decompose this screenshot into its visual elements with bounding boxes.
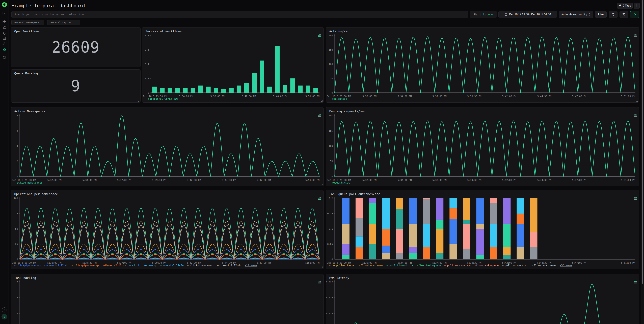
svg-text:4: 4	[16, 145, 18, 147]
scrollbar-thumb[interactable]	[642, 0, 643, 284]
active-namespaces-chart: 86420Dec 16 5:29:30 PM5:32:00 PM5:34:30 …	[11, 107, 324, 186]
legend-item[interactable]: —no_poller_tasks ..-flow-task-queue	[329, 264, 383, 267]
app-logo-icon[interactable]	[1, 2, 8, 8]
chart-explorer-icon[interactable]	[2, 25, 6, 29]
legend-more-link[interactable]: +56 more	[560, 264, 572, 267]
live-button[interactable]: Live	[595, 11, 606, 18]
chart-legend: —clickpipes-aws-p..-us-east-2.12c4n—clic…	[14, 264, 257, 267]
filter-temporal-region[interactable]: Temporal region	[47, 20, 80, 25]
vertical-scrollbar	[641, 0, 644, 324]
svg-text:0.15: 0.15	[327, 212, 333, 215]
collapse-sidebar-icon[interactable]	[2, 11, 6, 15]
date-range-label: Dec 16 17:29:30 - Dec 16 17:51:30	[509, 13, 551, 16]
bar-view-icon[interactable]	[634, 196, 637, 200]
alerts-bell-icon[interactable]	[2, 31, 6, 35]
filter-temporal-namespace[interactable]: Temporal namespace	[12, 20, 44, 25]
svg-text:5:51:00 PM: 5:51:00 PM	[306, 179, 320, 181]
settings-gear-icon[interactable]	[2, 55, 6, 59]
run-query-button[interactable]	[630, 11, 639, 18]
legend-label: successful workflows	[148, 97, 178, 100]
tags-button[interactable]: 0 Tags	[617, 3, 632, 9]
legend-label: clickpipes-aws-p..outheast-2.12c4n	[74, 264, 126, 267]
svg-text:0: 0	[148, 91, 149, 94]
panel-title: Actions/sec	[329, 29, 349, 33]
svg-text:5:42:00 PM: 5:42:00 PM	[187, 262, 201, 264]
svg-text:5:51:00 PM: 5:51:00 PM	[621, 95, 635, 98]
svg-text:5:39:30 PM: 5:39:30 PM	[152, 179, 166, 181]
bar-view-icon[interactable]	[318, 113, 322, 117]
legend-item[interactable]: —clickpipes-aws-p..-us-east-2.12c4n	[14, 264, 68, 267]
panel-menu-button[interactable]	[634, 3, 640, 9]
chart-canvas: 0.20.150.10.050Dec 16 5:29:30 PM5:32:00 …	[326, 190, 639, 269]
legend-item[interactable]: —poll_success_syn..-flow-task-queue	[444, 264, 498, 267]
legend-label: action/sec	[332, 97, 347, 100]
chart-legend: —requests/sec	[329, 181, 350, 184]
bar-view-icon[interactable]	[634, 280, 637, 284]
legend-label: poll_timeout · c..-flow-task-queue	[390, 264, 441, 267]
svg-text:5:51:00 PM: 5:51:00 PM	[621, 262, 635, 264]
svg-text:0.05: 0.05	[327, 243, 333, 245]
legend-more-link[interactable]: +12 more	[245, 264, 257, 267]
panel-title: P95 latency	[329, 276, 349, 280]
svg-text:0.029: 0.029	[326, 296, 333, 299]
date-range-picker[interactable]: Dec 16 17:29:30 - Dec 16 17:51:30	[498, 11, 557, 18]
sql-option[interactable]: SQL	[474, 13, 478, 16]
svg-text:5:37:00 PM: 5:37:00 PM	[117, 262, 131, 264]
help-button[interactable]: ?	[2, 308, 7, 313]
svg-text:0.8: 0.8	[145, 34, 149, 37]
dashboards-icon[interactable]	[2, 47, 6, 51]
resize-handle[interactable]	[321, 267, 322, 268]
svg-text:Dec 16 5:29:30 PM: Dec 16 5:29:30 PM	[327, 179, 351, 181]
bar-view-icon[interactable]	[634, 113, 637, 117]
panel-operations-per-namespace: Operations per namespace 1007550250Dec 1…	[11, 190, 324, 269]
bar-view-icon[interactable]	[318, 33, 322, 37]
legend-item[interactable]: —poll_success · c..-flow-task-queue	[502, 264, 556, 267]
legend-item[interactable]: —clickpipes-aws-p..-us-east-1.12c4n	[129, 264, 184, 267]
resize-handle[interactable]	[636, 184, 638, 185]
resize-handle[interactable]	[636, 100, 638, 102]
svg-text:5:32:00 PM: 5:32:00 PM	[362, 95, 376, 98]
panel-title: Open Workflows	[14, 29, 40, 33]
svg-text:0.019: 0.019	[326, 312, 333, 315]
service-map-icon[interactable]	[2, 41, 6, 46]
legend-swatch: —	[129, 264, 131, 267]
legend-item[interactable]: —poll_timeout · c..-flow-task-queue	[386, 264, 441, 267]
views-grid-icon[interactable]	[2, 19, 6, 24]
legend-item[interactable]: —clickpipes-aws-p..outheast-2.12c4n	[187, 264, 241, 267]
bar-view-icon[interactable]	[634, 33, 637, 37]
legend-item[interactable]: —successful workflows	[145, 97, 178, 100]
resize-handle[interactable]	[138, 100, 139, 102]
legend-item[interactable]: —requests/sec	[329, 181, 350, 184]
resize-handle[interactable]	[321, 184, 322, 185]
filter-button[interactable]	[620, 11, 628, 18]
svg-text:0.6: 0.6	[145, 48, 149, 51]
bar-view-icon[interactable]	[318, 196, 322, 200]
legend-item[interactable]: —clickpipes-aws-p..outheast-2.12c4n	[72, 264, 126, 267]
refresh-button[interactable]	[609, 11, 618, 18]
chart-legend: —action/sec	[329, 97, 347, 100]
svg-text:5:42:00 PM: 5:42:00 PM	[502, 95, 516, 98]
granularity-select[interactable]: Auto Granularity	[559, 11, 593, 18]
svg-text:0.038: 0.038	[326, 280, 333, 283]
search-input[interactable]	[12, 11, 468, 18]
svg-text:5:47:00 PM: 5:47:00 PM	[572, 95, 586, 98]
svg-text:5:46:00 PM: 5:46:00 PM	[273, 95, 287, 98]
svg-text:5:38:00 PM: 5:38:00 PM	[210, 95, 224, 98]
resize-handle[interactable]	[138, 65, 139, 66]
bar-view-icon[interactable]	[318, 280, 322, 284]
panel-title: Active Namespaces	[14, 109, 45, 113]
legend-swatch: —	[329, 97, 330, 100]
hosts-monitor-icon[interactable]	[2, 36, 6, 40]
legend-item[interactable]: —active namespaces	[14, 181, 42, 184]
svg-text:5:47:00 PM: 5:47:00 PM	[572, 262, 586, 264]
user-avatar[interactable]: D	[2, 314, 7, 320]
filter-label: Temporal namespace	[14, 21, 39, 24]
lucene-option[interactable]: Lucene	[483, 13, 493, 16]
kebab-icon	[636, 4, 638, 7]
legend-label: no_poller_tasks ..-flow-task-queue	[332, 264, 383, 267]
resize-handle[interactable]	[636, 267, 638, 268]
svg-text:5:34:30 PM: 5:34:30 PM	[398, 179, 412, 181]
resize-handle[interactable]	[321, 100, 322, 102]
chart-canvas: 86420Dec 16 5:29:30 PM5:32:00 PM5:34:30 …	[11, 107, 324, 186]
legend-item[interactable]: —action/sec	[329, 97, 347, 100]
